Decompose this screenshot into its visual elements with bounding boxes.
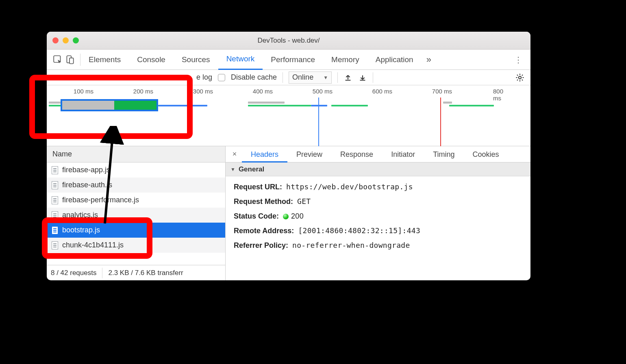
- tick: 100 ms: [74, 88, 93, 95]
- tab-performance[interactable]: Performance: [263, 50, 323, 70]
- request-row[interactable]: firebase-auth.js: [47, 178, 225, 193]
- status-transfer: 2.3 KB / 7.6 KB transferr: [108, 269, 183, 277]
- inspect-icon[interactable]: [52, 54, 63, 65]
- svg-line-12: [517, 80, 518, 80]
- tab-elements[interactable]: Elements: [80, 50, 129, 70]
- detail-tab-timing[interactable]: Timing: [424, 146, 463, 162]
- bar: [248, 102, 285, 104]
- file-icon: [52, 166, 58, 174]
- chevron-down-icon: ▼: [323, 75, 328, 80]
- value: GET: [297, 197, 311, 206]
- kv-remote-address: Remote Address: [2001:4860:4802:32::15]:…: [234, 223, 522, 238]
- tab-application[interactable]: Application: [367, 50, 422, 70]
- tick: 600 ms: [372, 88, 392, 95]
- detail-tab-response[interactable]: Response: [331, 146, 382, 162]
- status-dot-icon: [283, 214, 289, 219]
- detail-tab-preview[interactable]: Preview: [287, 146, 331, 162]
- kebab-menu-icon[interactable]: ⋮: [510, 55, 526, 65]
- request-row[interactable]: chunk-4c1b4111.js: [47, 238, 225, 253]
- bar: [449, 105, 494, 106]
- tick: 200 ms: [133, 88, 153, 95]
- bar: [159, 105, 207, 106]
- network-body: Name firebase-app.js firebase-auth.js fi…: [47, 146, 530, 280]
- file-icon: [52, 181, 58, 189]
- detail-tab-headers[interactable]: Headers: [242, 146, 287, 162]
- status-bar: 8 / 42 requests 2.3 KB / 7.6 KB transfer…: [47, 265, 225, 280]
- separator: [102, 268, 102, 278]
- status-requests: 8 / 42 requests: [51, 269, 96, 277]
- tick: 700 ms: [432, 88, 452, 95]
- preserve-log-label-partial: e log: [196, 73, 212, 82]
- panel-tabs: Elements Console Sources Network Perform…: [47, 50, 530, 70]
- svg-rect-2: [70, 58, 74, 63]
- titlebar: DevTools - web.dev/: [47, 32, 530, 50]
- tick: 300 ms: [193, 88, 213, 95]
- timeline-ticks: 100 ms 200 ms 300 ms 400 ms 500 ms 600 m…: [47, 85, 530, 97]
- tab-network[interactable]: Network: [218, 50, 263, 70]
- svg-line-11: [522, 80, 523, 80]
- request-name: bootstrap.js: [62, 226, 100, 234]
- timeline-selection[interactable]: [61, 99, 158, 111]
- tick: 800 ms: [493, 88, 512, 102]
- request-row[interactable]: analytics.js: [47, 208, 225, 223]
- section-title: General: [239, 165, 264, 173]
- detail-tab-initiator[interactable]: Initiator: [382, 146, 424, 162]
- file-icon: [52, 226, 58, 234]
- request-row-selected[interactable]: bootstrap.js: [47, 223, 225, 238]
- separator: [373, 72, 373, 83]
- request-name: firebase-auth.js: [62, 181, 112, 189]
- waterfall-overview[interactable]: 100 ms 200 ms 300 ms 400 ms 500 ms 600 m…: [47, 85, 530, 146]
- label: Status Code:: [234, 212, 279, 221]
- tab-console[interactable]: Console: [129, 50, 174, 70]
- separator: [337, 72, 338, 83]
- detail-tab-cookies[interactable]: Cookies: [464, 146, 508, 162]
- request-detail-pane: × Headers Preview Response Initiator Tim…: [226, 146, 530, 280]
- throttling-selected: Online: [292, 73, 313, 82]
- svg-line-13: [522, 75, 523, 76]
- request-name: chunk-4c1b4111.js: [62, 241, 124, 249]
- label: Referrer Policy:: [234, 241, 288, 250]
- upload-icon[interactable]: [343, 73, 352, 82]
- request-row[interactable]: firebase-performance.js: [47, 193, 225, 208]
- chevron-down-icon: ▼: [230, 167, 235, 172]
- gear-icon[interactable]: [515, 73, 525, 82]
- svg-line-10: [517, 75, 518, 76]
- kv-request-method: Request Method: GET: [234, 194, 522, 209]
- window-title: DevTools - web.dev/: [47, 37, 530, 45]
- detail-tabs: × Headers Preview Response Initiator Tim…: [226, 146, 530, 162]
- bar: [311, 105, 327, 106]
- tab-sources[interactable]: Sources: [174, 50, 218, 70]
- disable-cache-label: Disable cache: [231, 73, 277, 82]
- column-header-name[interactable]: Name: [47, 146, 225, 162]
- value: [2001:4860:4802:32::15]:443: [298, 226, 420, 235]
- domcontentloaded-marker: [318, 98, 319, 146]
- request-list: firebase-app.js firebase-auth.js firebas…: [47, 162, 225, 265]
- label: Request URL:: [234, 183, 282, 191]
- value: https://web.dev/bootstrap.js: [286, 182, 413, 191]
- device-toolbar-icon[interactable]: [65, 54, 75, 65]
- request-name: firebase-app.js: [62, 166, 110, 174]
- tick: 500 ms: [313, 88, 333, 95]
- tick: 400 ms: [253, 88, 273, 95]
- request-row[interactable]: firebase-app.js: [47, 162, 225, 178]
- file-icon: [52, 211, 58, 219]
- tab-memory[interactable]: Memory: [323, 50, 367, 70]
- bar: [248, 105, 311, 106]
- file-icon: [52, 196, 58, 204]
- disable-cache-checkbox[interactable]: [218, 74, 225, 81]
- download-icon[interactable]: [358, 73, 367, 82]
- kv-referrer-policy: Referrer Policy: no-referrer-when-downgr…: [234, 238, 522, 253]
- more-tabs-icon[interactable]: »: [426, 54, 431, 65]
- toolbar-icons-left: [51, 54, 80, 65]
- network-toolbar: e log Disable cache Online ▼: [47, 70, 530, 85]
- file-icon: [52, 241, 58, 249]
- throttling-select[interactable]: Online ▼: [289, 72, 332, 84]
- svg-rect-3: [346, 80, 351, 80]
- label: Request Method:: [234, 197, 293, 206]
- separator: [283, 72, 283, 83]
- close-detail-icon[interactable]: ×: [227, 150, 242, 158]
- section-general[interactable]: ▼ General: [226, 162, 530, 176]
- value: 200: [283, 212, 304, 221]
- general-details: Request URL: https://web.dev/bootstrap.j…: [226, 176, 530, 256]
- svg-point-5: [519, 76, 521, 78]
